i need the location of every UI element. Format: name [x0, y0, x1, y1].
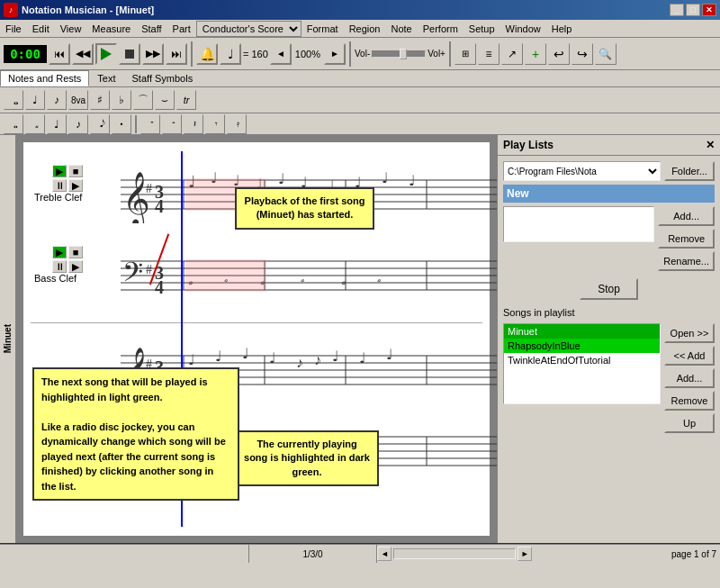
treble-pause-btn-1[interactable]: ⏸	[52, 179, 67, 192]
half-note-btn[interactable]: ♩	[25, 90, 45, 110]
tab-staff-symbols[interactable]: Staff Symbols	[124, 70, 202, 86]
dur-whole-btn[interactable]: 𝅝	[4, 114, 23, 134]
play-btn[interactable]	[95, 43, 117, 65]
menu-help[interactable]: Help	[546, 22, 578, 36]
playlist-item-minuet[interactable]: Minuet	[504, 324, 660, 339]
playlist-item-twinkle[interactable]: TwinkleAtEndOfTutorial	[504, 353, 660, 367]
trill-btn[interactable]: tr	[176, 90, 196, 110]
rewind-to-start-btn[interactable]: ⏮	[49, 43, 70, 65]
songs-section: Minuet RhapsodyInBlue TwinkleAtEndOfTuto…	[503, 323, 715, 433]
dur-sixteenth-btn[interactable]: 𝅘𝅥𝅮	[90, 114, 110, 134]
menu-measure[interactable]: Measure	[86, 22, 136, 36]
metronome-btn[interactable]: 🔔	[196, 43, 218, 65]
dur-quarter-btn[interactable]: ♩	[47, 114, 67, 134]
duration-toolbar: 𝅝 𝅗 ♩ ♪ 𝅘𝅥𝅮 · 𝄻 𝄼 𝄽 𝄾 𝄿	[0, 113, 720, 135]
stop-transport-btn[interactable]	[119, 43, 140, 65]
tab-text[interactable]: Text	[89, 70, 123, 86]
grid-view-btn[interactable]: ⊞	[454, 43, 476, 65]
conductors-score-select[interactable]: Conductor's Score	[196, 21, 302, 37]
fast-forward-btn[interactable]: ▶▶	[142, 43, 164, 65]
folder-select[interactable]: C:\Program Files\Nota	[503, 161, 661, 181]
playlist-panel: Play Lists ✕ C:\Program Files\Nota Folde…	[497, 135, 720, 543]
notes-toolbar: 𝅝 ♩ ♪ 8va ♯ ♭ ⌒ ⌣ tr	[0, 87, 720, 113]
close-btn[interactable]: ✕	[702, 4, 716, 16]
menu-edit[interactable]: Edit	[27, 22, 55, 36]
songs-section-btns: Open >> << Add Add... Remove Up	[664, 323, 715, 433]
fast-forward-end-btn[interactable]: ⏭	[166, 43, 187, 65]
tempo-value: = 160	[243, 49, 268, 59]
rest-quarter-btn[interactable]: 𝄽	[184, 114, 203, 134]
maximize-btn[interactable]: □	[686, 4, 700, 16]
menu-staff[interactable]: Staff	[136, 22, 166, 36]
horizontal-scrollbar[interactable]	[393, 548, 516, 559]
quarter-note-btn[interactable]: ♪	[47, 90, 67, 110]
minimize-btn[interactable]: _	[670, 4, 684, 16]
slur-btn[interactable]: ⌣	[155, 90, 175, 110]
treble-play-btn-1[interactable]: ▶	[52, 165, 67, 177]
menu-window[interactable]: Window	[500, 22, 546, 36]
treble-ff-btn-1[interactable]: ▶	[68, 179, 83, 192]
dur-half-btn[interactable]: 𝅗	[25, 114, 45, 134]
score-canvas[interactable]: ▶ ■ ⏸ ▶ Treble Clef	[23, 142, 490, 536]
staff-bass-1: ▶ ■ ⏸ ▶ Bass Clef	[31, 241, 482, 313]
menu-format[interactable]: Format	[302, 22, 344, 36]
panel-close-btn[interactable]: ✕	[706, 139, 715, 151]
bass-play-btn-1[interactable]: ▶	[52, 246, 67, 258]
rest-eighth-btn[interactable]: 𝄾	[205, 114, 225, 134]
menu-view[interactable]: View	[55, 22, 87, 36]
dur-dot-btn[interactable]: ·	[112, 114, 131, 134]
menu-note[interactable]: Note	[385, 22, 417, 36]
menu-perform[interactable]: Perform	[418, 22, 464, 36]
remove-btn-1[interactable]: Remove	[658, 229, 715, 249]
folder-btn[interactable]: Folder...	[664, 161, 715, 181]
rename-btn[interactable]: Rename...	[658, 251, 715, 271]
menu-part[interactable]: Part	[167, 22, 196, 36]
rest-16th-btn[interactable]: 𝄿	[227, 114, 247, 134]
rest-whole-btn[interactable]: 𝄻	[140, 114, 160, 134]
rest-half-btn[interactable]: 𝄼	[162, 114, 182, 134]
playlist-item-rhapsody[interactable]: RhapsodyInBlue	[504, 339, 660, 353]
new-list-box[interactable]	[503, 206, 654, 242]
zoom-out-btn[interactable]: ◄	[270, 43, 292, 65]
add-btn-2[interactable]: << Add	[664, 346, 715, 366]
eighth-note-btn[interactable]: 8va	[68, 90, 88, 110]
remove-btn-2[interactable]: Remove	[664, 391, 715, 411]
stop-btn[interactable]: Stop	[580, 278, 638, 300]
menu-setup[interactable]: Setup	[464, 22, 500, 36]
playlist-list[interactable]: Minuet RhapsodyInBlue TwinkleAtEndOfTuto…	[503, 323, 661, 404]
svg-text:♩: ♩	[409, 173, 416, 188]
zoom-in-btn[interactable]: ►	[324, 43, 346, 65]
open-btn[interactable]: Open >>	[664, 323, 715, 343]
menu-region[interactable]: Region	[344, 22, 386, 36]
dur-separator	[135, 115, 137, 133]
dur-eighth-btn[interactable]: ♪	[68, 114, 88, 134]
callout-playback-started: Playback of the first song (Minuet) has …	[235, 187, 374, 230]
treble-mute-btn-1[interactable]: ■	[68, 165, 83, 177]
panel-title: Play Lists	[503, 139, 554, 151]
volume-slider[interactable]	[372, 50, 426, 58]
sharp-btn[interactable]: ♯	[90, 90, 110, 110]
rewind-btn[interactable]: ◀◀	[72, 43, 94, 65]
cursor-tool-btn[interactable]: ↗	[501, 43, 523, 65]
flat-btn[interactable]: ♭	[112, 90, 131, 110]
tie-btn[interactable]: ⌒	[133, 90, 153, 110]
whole-note-btn[interactable]: 𝅝	[4, 90, 23, 110]
redo-btn[interactable]: ↪	[572, 43, 593, 65]
bass-ff-btn-1[interactable]: ▶	[68, 260, 83, 273]
bass-mute-btn-1[interactable]: ■	[68, 246, 83, 258]
add-btn-3[interactable]: Add...	[664, 368, 715, 388]
title-bar-buttons: _ □ ✕	[670, 4, 716, 16]
search-btn[interactable]: 🔍	[595, 43, 616, 65]
toolbar-tabs: Notes and Rests Text Staff Symbols	[0, 70, 720, 87]
svg-text:𝅗: 𝅗	[301, 279, 304, 283]
scroll-right-btn[interactable]: ►	[518, 547, 532, 561]
undo-btn[interactable]: ↩	[548, 43, 570, 65]
scroll-left-btn[interactable]: ◄	[377, 547, 392, 561]
bass-pause-btn-1[interactable]: ⏸	[52, 260, 67, 273]
list-view-btn[interactable]: ≡	[478, 43, 500, 65]
up-btn[interactable]: Up	[664, 413, 715, 433]
add-btn-1[interactable]: Add...	[658, 206, 715, 226]
add-btn[interactable]: +	[525, 43, 546, 65]
menu-file[interactable]: File	[0, 22, 27, 36]
tab-notes-rests[interactable]: Notes and Rests	[0, 70, 89, 86]
